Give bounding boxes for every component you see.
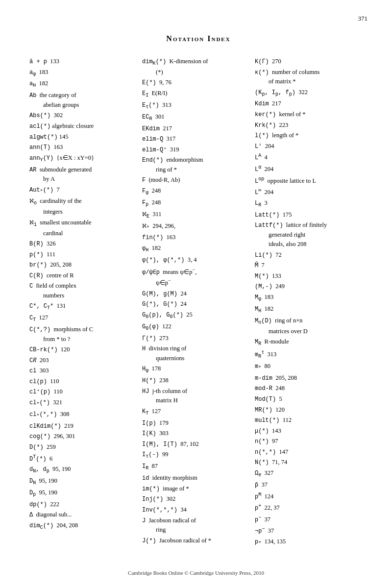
list-item: C field of complexnumbers — [29, 281, 142, 300]
list-item: MR(*) 120 — [255, 405, 368, 415]
list-item: m* 80 — [255, 362, 368, 372]
list-item: B(R) 326 — [29, 239, 142, 249]
list-item: im(*) image of * — [142, 484, 255, 494]
list-item: ℵo cardinality of theintegers — [29, 196, 142, 217]
column-2: dimK(*) K-dimension of(*) E(*) 9, 76 EI … — [142, 57, 255, 546]
list-item: p+ 22, 37 — [255, 502, 368, 513]
list-item: LA 4 — [255, 152, 368, 163]
list-item: I(M), I(T) 87, 102 — [142, 440, 255, 449]
list-item: (Kp, Ip, fp) 322 — [255, 88, 368, 98]
list-item: G0(φ) 122 — [142, 322, 255, 333]
list-item: AR submodule generatedby A — [29, 165, 142, 184]
list-item: DT(*) 6 — [29, 453, 142, 464]
list-item: Kdim 217 — [255, 99, 368, 109]
list-item: φH 182 — [142, 244, 255, 254]
list-item: Ab the category ofabelian groups — [29, 91, 142, 110]
list-item: Fp 248 — [142, 198, 255, 209]
list-item: cl⁺(p) 110 — [29, 387, 142, 397]
list-item: ¬p− 37 — [255, 525, 368, 536]
list-item: elim-Q 317 — [142, 134, 255, 144]
footer-text: Cambridge Books Online © Cambridge Unive… — [0, 570, 392, 576]
content-columns: ā + p 133 aφ 183 aH 182 Ab the category … — [29, 57, 368, 549]
list-item: I(K) 303 — [142, 429, 255, 439]
list-item: CR 203 — [29, 356, 142, 366]
list-item: EI E(R/I) — [142, 89, 255, 99]
list-item: C(R) centre of R — [29, 271, 142, 281]
list-item: m-dim 205, 208 — [255, 373, 368, 383]
list-item: J(*) Jacobson radical of * — [142, 536, 255, 546]
list-item: Mn(D) ring of n×nmatrices over D — [255, 316, 368, 336]
list-item: Abs(*) 302 — [29, 111, 142, 121]
list-item: Ωe 327 — [255, 468, 368, 479]
list-item: D(*) 259 — [29, 442, 142, 452]
page: 371 Notation Index ā + p 133 aφ 183 aH 1… — [0, 0, 392, 588]
list-item: Δ diagonal sub... — [29, 510, 142, 520]
list-item: dN, dp 95, 190 — [29, 465, 142, 475]
list-item: μ(*) 143 — [255, 426, 368, 436]
list-item: Γ(*) 273 — [142, 334, 255, 343]
list-item: p* 134, 135 — [255, 537, 368, 548]
list-item: cl(p) 110 — [29, 377, 142, 387]
list-item: (M,-) 249 — [255, 282, 368, 292]
list-item: br(*) 205, 208 — [29, 260, 142, 270]
list-item: G(*), G(*) 24 — [142, 299, 255, 309]
list-item: ℵ* 294, 296, — [142, 221, 255, 232]
list-item: C*, CT* 131 — [29, 301, 142, 312]
list-item: K(Γ) 270 — [255, 57, 368, 67]
list-item: n(*) 97 — [255, 437, 368, 446]
list-item: dimK(*) K-dimension of(*) — [142, 57, 255, 77]
list-item: aφ 183 — [29, 68, 142, 78]
list-item: φ/ψ∈p means ψ∈p−,ψ∈p− — [142, 266, 255, 288]
list-item: annY(Y) {x∈X : xY=0} — [29, 153, 142, 164]
list-item: L∞ 204 — [255, 187, 368, 197]
list-item: acl(*) algebraic closure — [29, 122, 142, 131]
list-item: dp(*) 222 — [29, 500, 142, 510]
list-item: Krk(*) 223 — [255, 121, 368, 130]
list-item: Mφ 183 — [255, 293, 368, 303]
list-item: M̄ 7 — [255, 261, 368, 270]
list-item: Fφ 248 — [142, 186, 255, 197]
list-item: J Jacobson radical ofring — [142, 516, 255, 535]
list-item: Inj(*) 302 — [142, 494, 255, 504]
list-item: HJ j-th column ofmatrix H — [142, 387, 255, 406]
list-item: ECR 301 — [142, 112, 255, 123]
list-item: cog(*) 296, 301 — [29, 432, 142, 441]
list-item: elim-Q⁺ 319 — [142, 145, 255, 155]
list-item: E(*) 9, 76 — [142, 78, 255, 88]
list-item: pM 124 — [255, 491, 368, 502]
list-item: aH 182 — [29, 79, 142, 90]
list-item: G(M), g(M) 24 — [142, 289, 255, 299]
list-item: N(*) 71, 74 — [255, 458, 368, 467]
list-item: Mod(T) 5 — [255, 394, 368, 404]
list-item: Lα 204 — [255, 164, 368, 174]
list-item: p̄ 37 — [255, 480, 368, 490]
list-item: End(*) endomorphismring of * — [142, 155, 255, 174]
list-item: mRτ 313 — [255, 349, 368, 361]
list-item: LR 3 — [255, 198, 368, 209]
list-item: cl*(*) 321 — [29, 398, 142, 409]
list-item: ā + p 133 — [29, 57, 142, 67]
list-item: Lattf(*) lattice of finitelygenerated ri… — [255, 220, 368, 249]
list-item: CB-rk(*) 120 — [29, 345, 142, 355]
list-item: p− 37 — [255, 514, 368, 525]
list-item: M(*) 133 — [255, 271, 368, 281]
list-item: H(*) 238 — [142, 376, 255, 386]
list-item: n(*,*) 147 — [255, 447, 368, 457]
list-item: Dp 95, 190 — [29, 488, 142, 499]
list-item: Eτ(*) 313 — [142, 100, 255, 111]
list-item: fin(*) 163 — [142, 233, 255, 243]
list-item: l(*) length of * — [255, 131, 368, 141]
list-item: ℵE 311 — [142, 210, 255, 220]
list-item: DN 95, 190 — [29, 476, 142, 487]
list-item: EKdim 217 — [142, 124, 255, 134]
list-item: ann(T) 163 — [29, 143, 142, 152]
column-1: ā + p 133 aφ 183 aH 182 Ab the category … — [29, 57, 142, 533]
list-item: CT 127 — [29, 313, 142, 324]
list-item: algwt(*) 145 — [29, 132, 142, 142]
list-item: dimC(*) 204, 208 — [29, 521, 142, 532]
list-item: MH 182 — [255, 304, 368, 315]
list-item: ℵ1 smallest uncountablecardinal — [29, 218, 142, 238]
list-item: κ(*) number of columnsof matrix * — [255, 68, 368, 87]
list-item: Inv(*,*,*) 34 — [142, 505, 255, 515]
list-item: Li(*) 72 — [255, 250, 368, 260]
